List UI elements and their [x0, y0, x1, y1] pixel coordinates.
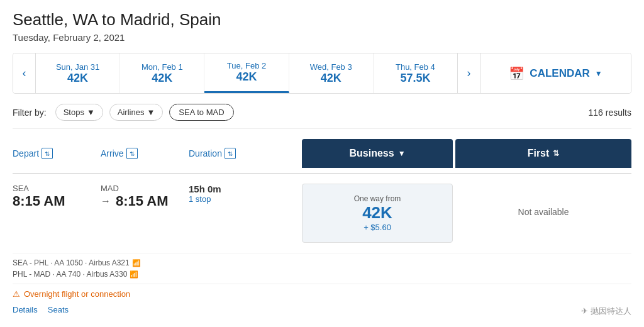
- arrive-col-header[interactable]: Arrive ⇅: [101, 148, 189, 159]
- arrive-label: Arrive: [101, 148, 124, 158]
- date-list: Sun, Jan 31 42K Mon, Feb 1 42K Tue, Feb …: [36, 53, 457, 93]
- next-arrow[interactable]: ›: [457, 53, 480, 93]
- date-item-3[interactable]: Wed, Feb 3 42K: [289, 53, 374, 93]
- date-label-3: Wed, Feb 3: [310, 62, 352, 72]
- date-points-3: 42K: [321, 72, 341, 85]
- date-item-4[interactable]: Thu, Feb 4 57.5K: [374, 53, 457, 93]
- segment-1-text: PHL - MAD · AA 740 · Airbus A330: [13, 270, 127, 279]
- business-price-cell[interactable]: One way from 42K + $5.60: [302, 184, 453, 243]
- route-tag[interactable]: SEA to MAD: [169, 104, 233, 121]
- date-item-1[interactable]: Mon, Feb 1 42K: [120, 53, 204, 93]
- page-title: Seattle, WA to Madrid, Spain: [13, 10, 631, 30]
- depart-sort-icon: ⇅: [42, 148, 53, 159]
- date-points-1: 42K: [152, 72, 172, 85]
- business-price-points: 42K: [362, 203, 392, 223]
- duration-label: Duration: [189, 148, 222, 158]
- arrive-sort-icon: ⇅: [126, 148, 138, 159]
- calendar-button[interactable]: 📅 CALENDAR ▼: [480, 53, 631, 93]
- filter-row: Filter by: Stops ▼ Airlines ▼ SEA to MAD…: [13, 104, 631, 129]
- arrive-time: 8:15 AM: [116, 193, 169, 209]
- results-header: Depart ⇅ Arrive ⇅ Duration ⇅ Business ▼ …: [13, 139, 631, 174]
- stops-label: Stops: [64, 108, 84, 117]
- overnight-text: Overnight flight or connection: [24, 289, 130, 299]
- date-label-0: Sun, Jan 31: [56, 62, 99, 72]
- duration-col-header[interactable]: Duration ⇅: [189, 148, 302, 159]
- depart-col-header[interactable]: Depart ⇅: [13, 148, 101, 159]
- segment-1: PHL - MAD · AA 740 · Airbus A330 📶: [13, 270, 631, 279]
- airlines-label: Airlines: [118, 108, 145, 117]
- date-label-1: Mon, Feb 1: [142, 62, 183, 72]
- date-points-4: 57.5K: [400, 72, 430, 85]
- date-nav: ‹ Sun, Jan 31 42K Mon, Feb 1 42K Tue, Fe…: [13, 53, 631, 94]
- wifi-0-icon: 📶: [132, 259, 141, 267]
- depart-col: SEA 8:15 AM: [13, 184, 101, 209]
- first-price-cell: Not available: [455, 184, 631, 240]
- depart-arrow-icon: →: [101, 196, 111, 207]
- overnight-warning: ⚠ Overnight flight or connection: [13, 289, 631, 299]
- stops-chevron-icon: ▼: [87, 108, 95, 117]
- segment-0: SEA - PHL · AA 1050 · Airbus A321 📶: [13, 258, 631, 267]
- date-item-2[interactable]: Tue, Feb 2 42K: [204, 53, 289, 93]
- duration-sort-icon: ⇅: [225, 148, 236, 159]
- flight-details: SEA - PHL · AA 1050 · Airbus A321 📶 PHL …: [13, 253, 631, 284]
- date-points-2: 42K: [236, 70, 257, 84]
- watermark: ✈ 抛因特达人: [581, 306, 631, 317]
- airlines-chevron-icon: ▼: [147, 108, 155, 117]
- first-label: First: [528, 148, 550, 159]
- duration-col: 15h 0m 1 stop: [189, 184, 302, 204]
- airlines-filter[interactable]: Airlines ▼: [109, 104, 164, 121]
- date-label-2: Tue, Feb 2: [227, 61, 266, 70]
- business-chevron-icon: ▼: [398, 149, 406, 158]
- date-item-0[interactable]: Sun, Jan 31 42K: [36, 53, 120, 93]
- depart-label: Depart: [13, 148, 39, 158]
- business-price-label: One way from: [354, 194, 401, 203]
- details-link[interactable]: Details: [13, 305, 38, 314]
- segment-0-text: SEA - PHL · AA 1050 · Airbus A321: [13, 258, 130, 267]
- warning-icon: ⚠: [13, 289, 20, 299]
- action-links: Details Seats: [13, 302, 631, 317]
- business-col-header[interactable]: Business ▼: [302, 139, 453, 168]
- results-count: 116 results: [589, 108, 631, 118]
- page-subtitle: Tuesday, February 2, 2021: [13, 32, 631, 43]
- duration-value: 15h 0m: [189, 184, 302, 194]
- calendar-icon: 📅: [509, 66, 525, 81]
- depart-code: SEA: [13, 184, 101, 193]
- date-label-4: Thu, Feb 4: [396, 62, 435, 72]
- business-label: Business: [349, 148, 394, 159]
- prev-arrow[interactable]: ‹: [13, 53, 36, 93]
- calendar-label: CALENDAR: [530, 67, 589, 80]
- calendar-chevron-icon: ▼: [595, 69, 602, 78]
- seats-link[interactable]: Seats: [48, 305, 69, 314]
- wifi-1-icon: 📶: [130, 270, 138, 279]
- depart-time: 8:15 AM: [13, 193, 101, 209]
- stops-filter[interactable]: Stops ▼: [55, 104, 103, 121]
- first-not-available: Not available: [518, 207, 569, 217]
- flight-row: SEA 8:15 AM MAD → 8:15 AM 15h 0m 1 stop …: [13, 174, 631, 253]
- stops-value[interactable]: 1 stop: [189, 194, 302, 204]
- first-sort-icon: ⇅: [553, 149, 559, 158]
- filter-label: Filter by:: [13, 108, 47, 118]
- arrive-code: MAD: [101, 184, 189, 193]
- arrive-col: MAD → 8:15 AM: [101, 184, 189, 209]
- business-price-cash: + $5.60: [364, 223, 391, 232]
- date-points-0: 42K: [67, 72, 88, 85]
- first-col-header[interactable]: First ⇅: [455, 139, 631, 168]
